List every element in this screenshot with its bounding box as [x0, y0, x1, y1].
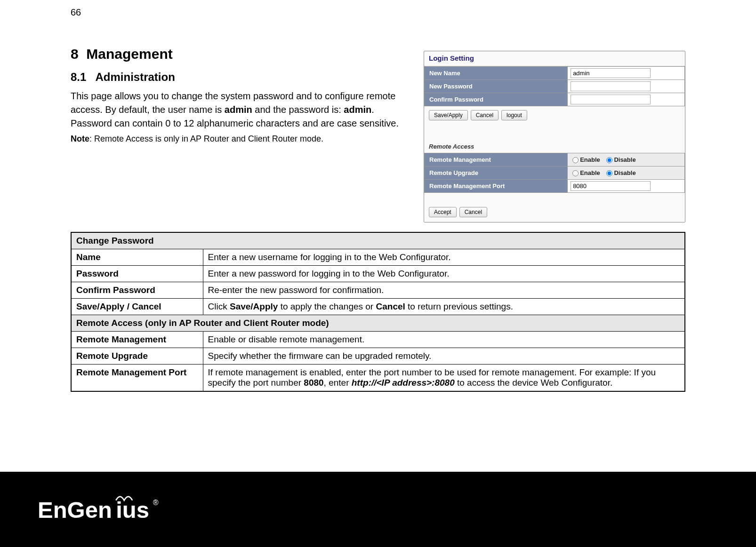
section-number: 8	[71, 46, 79, 62]
remote-access-title: Remote Access	[424, 124, 685, 153]
desc-bold: 8080	[304, 378, 323, 388]
new-name-label: New Name	[425, 67, 568, 80]
row-desc: Enter a new password for logging in to t…	[203, 266, 685, 282]
intro-text: and the password is:	[252, 104, 344, 115]
remote-upgrade-disable[interactable]: Disable	[606, 169, 635, 176]
save-apply-button[interactable]: Save/Apply	[429, 110, 468, 120]
row-name: Password	[71, 266, 203, 282]
accept-button[interactable]: Accept	[429, 207, 457, 217]
row-desc: Specify whether the firmware can be upgr…	[203, 348, 685, 365]
remote-management-label: Remote Management	[425, 153, 568, 166]
row-desc: Re-enter the new password for confirmati…	[203, 282, 685, 299]
cancel-button-2[interactable]: Cancel	[459, 207, 487, 217]
row-name: Name	[71, 249, 203, 266]
desc-text: Click	[208, 301, 230, 311]
description-table: Change Password Name Enter a new usernam…	[71, 232, 685, 392]
row-name: Remote Management Port	[71, 365, 203, 392]
login-setting-panel: Login Setting New Name New Password	[424, 51, 685, 222]
row-name: Remote Management	[71, 332, 203, 348]
desc-bold: Save/Apply	[230, 301, 278, 311]
row-desc: Enter a new username for logging in to t…	[203, 249, 685, 266]
confirm-password-label: Confirm Password	[425, 93, 568, 106]
subsection-title: Administration	[96, 71, 175, 83]
subsection-heading: 8.1 Administration	[71, 71, 410, 84]
new-password-input[interactable]	[571, 81, 651, 91]
table-header-change-password: Change Password	[71, 232, 685, 249]
row-name: Confirm Password	[71, 282, 203, 299]
svg-text:®: ®	[153, 499, 159, 507]
desc-text: , enter	[324, 378, 352, 388]
remote-upgrade-enable[interactable]: Enable	[572, 169, 600, 176]
remote-upgrade-label: Remote Upgrade	[425, 166, 568, 180]
note-paragraph: Note: Remote Access is only in AP Router…	[71, 133, 410, 145]
disable-label: Disable	[614, 169, 635, 176]
row-desc: Click Save/Apply to apply the changes or…	[203, 299, 685, 315]
desc-bold-italic: http://<IP address>:8080	[352, 378, 455, 388]
row-name: Remote Upgrade	[71, 348, 203, 365]
enable-label: Enable	[580, 156, 600, 163]
note-label: Note	[71, 134, 89, 143]
remote-upgrade-disable-radio[interactable]	[606, 170, 612, 176]
footer: EnGen ius ®	[0, 472, 756, 547]
engenius-logo: EnGen ius ®	[38, 493, 202, 526]
cancel-button[interactable]: Cancel	[471, 110, 499, 120]
desc-bold: Cancel	[376, 301, 405, 311]
desc-text: to return previous settings.	[405, 301, 513, 311]
remote-management-enable[interactable]: Enable	[572, 156, 600, 163]
note-text: : Remote Access is only in AP Router and…	[89, 134, 323, 143]
remote-management-disable[interactable]: Disable	[606, 156, 635, 163]
confirm-password-input[interactable]	[571, 95, 651, 104]
remote-management-enable-radio[interactable]	[572, 157, 579, 163]
page-number: 66	[71, 7, 685, 18]
desc-text: to access the device Web Configurator.	[455, 378, 613, 388]
disable-label: Disable	[614, 156, 635, 163]
section-title: Management	[86, 46, 172, 62]
remote-management-disable-radio[interactable]	[606, 157, 612, 163]
new-password-label: New Password	[425, 80, 568, 93]
section-heading: 8 Management	[71, 46, 410, 62]
row-name: Save/Apply / Cancel	[71, 299, 203, 315]
remote-port-label: Remote Management Port	[425, 180, 568, 193]
subsection-number: 8.1	[71, 71, 86, 83]
row-desc: If remote management is enabled, enter t…	[203, 365, 685, 392]
desc-text: to apply the changes or	[278, 301, 376, 311]
intro-bold-admin1: admin	[225, 104, 252, 115]
logout-button[interactable]: logout	[501, 110, 527, 120]
intro-bold-admin2: admin	[344, 104, 371, 115]
svg-text:ius: ius	[116, 497, 149, 523]
table-header-remote-access: Remote Access (only in AP Router and Cli…	[71, 315, 685, 332]
remote-access-table: Remote Management Enable Disable Remote …	[424, 153, 685, 193]
remote-upgrade-enable-radio[interactable]	[572, 170, 579, 176]
intro-paragraph: This page allows you to change the syste…	[71, 89, 410, 130]
login-setting-title: Login Setting	[424, 51, 685, 66]
svg-text:EnGen: EnGen	[38, 497, 112, 523]
row-desc: Enable or disable remote management.	[203, 332, 685, 348]
enable-label: Enable	[580, 169, 600, 176]
remote-port-input[interactable]	[571, 181, 651, 191]
login-form-table: New Name New Password Confirm Password	[424, 66, 685, 106]
new-name-input[interactable]	[571, 68, 651, 78]
